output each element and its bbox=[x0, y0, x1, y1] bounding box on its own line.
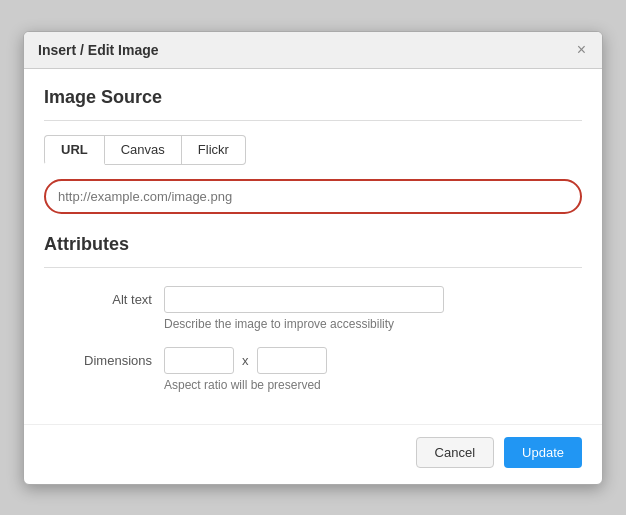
width-input[interactable] bbox=[164, 347, 234, 374]
url-input[interactable] bbox=[44, 179, 582, 214]
alt-text-row: Alt text Describe the image to improve a… bbox=[44, 286, 582, 331]
dimensions-separator: x bbox=[242, 353, 249, 368]
alt-text-content: Describe the image to improve accessibil… bbox=[164, 286, 582, 331]
update-button[interactable]: Update bbox=[504, 437, 582, 468]
tab-flickr[interactable]: Flickr bbox=[182, 135, 246, 165]
dimensions-hint: Aspect ratio will be preserved bbox=[164, 378, 582, 392]
attributes-divider bbox=[44, 267, 582, 268]
tab-url[interactable]: URL bbox=[44, 135, 105, 165]
attributes-title: Attributes bbox=[44, 234, 582, 255]
image-source-title: Image Source bbox=[44, 87, 582, 108]
tab-canvas[interactable]: Canvas bbox=[105, 135, 182, 165]
alt-text-input[interactable] bbox=[164, 286, 444, 313]
insert-edit-image-dialog: Insert / Edit Image × Image Source URL C… bbox=[23, 31, 603, 485]
dialog-footer: Cancel Update bbox=[24, 424, 602, 484]
alt-text-label: Alt text bbox=[44, 286, 164, 307]
cancel-button[interactable]: Cancel bbox=[416, 437, 494, 468]
height-input[interactable] bbox=[257, 347, 327, 374]
section-divider bbox=[44, 120, 582, 121]
dimensions-row: Dimensions x Aspect ratio will be preser… bbox=[44, 347, 582, 392]
dimensions-label: Dimensions bbox=[44, 347, 164, 368]
dimensions-inputs: x bbox=[164, 347, 582, 374]
close-button[interactable]: × bbox=[575, 42, 588, 58]
alt-text-hint: Describe the image to improve accessibil… bbox=[164, 317, 582, 331]
dialog-body: Image Source URL Canvas Flickr Attribute… bbox=[24, 69, 602, 424]
dimensions-content: x Aspect ratio will be preserved bbox=[164, 347, 582, 392]
source-tabs: URL Canvas Flickr bbox=[44, 135, 582, 165]
dialog-title: Insert / Edit Image bbox=[38, 42, 159, 58]
dialog-header: Insert / Edit Image × bbox=[24, 32, 602, 69]
